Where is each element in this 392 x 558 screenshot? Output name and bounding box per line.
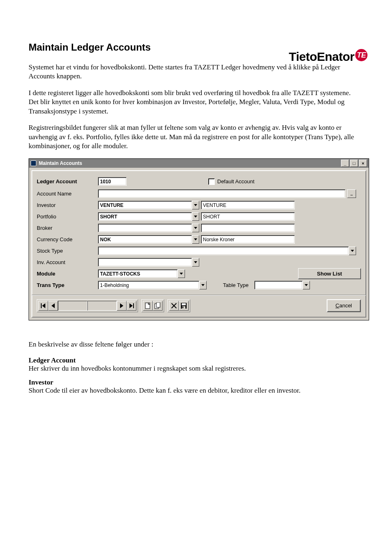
label-currency-code: Currency Code [37,236,98,242]
svg-marker-1 [194,216,197,218]
dropdown-currency[interactable] [192,235,199,244]
nav-next-button[interactable] [117,301,127,311]
chevron-down-icon [194,261,197,263]
record-nav-toolbar: Cancel [37,299,361,312]
select-broker[interactable] [98,224,192,232]
svg-rect-24 [183,307,183,308]
select-currency[interactable]: NOK [98,235,192,244]
prev-icon [51,303,55,308]
select-inv-account[interactable] [98,258,192,267]
svg-marker-7 [201,284,205,286]
svg-marker-10 [42,303,45,308]
chevron-down-icon [305,284,308,286]
select-trans-type[interactable]: 1-Beholdning [98,281,199,289]
intro-paragraph-3: Registreringsbildet fungerer slik at man… [29,123,363,151]
next-icon [120,303,124,308]
delete-record-button[interactable] [169,301,179,311]
window-title: Maintain Accounts [39,160,341,166]
save-disk-icon [180,302,187,309]
checkbox-default-account[interactable] [208,178,215,185]
select-stock-type[interactable] [98,247,349,255]
display-currency-desc: Norske Kroner [201,235,295,244]
brand-badge: TE [355,49,368,61]
form-panel: Ledger Account 1010 Default Account Acco… [31,170,366,318]
dropdown-module[interactable] [178,269,185,278]
select-investor[interactable]: VENTURE [98,201,192,209]
nav-prev-button[interactable] [48,301,58,311]
intro-paragraph-1: Systemet har et vindu for hovedbokskonti… [29,63,363,81]
field-heading-investor: Investor [29,378,363,387]
display-portfolio-desc: SHORT [201,212,295,221]
display-investor-desc: VENTURE [201,201,295,209]
nav-first-button[interactable] [38,301,48,311]
window-close-button[interactable]: × [359,160,367,167]
nav-slider-2[interactable] [87,301,117,311]
window-icon [31,160,36,166]
label-inv-account: Inv. Account [37,259,98,265]
svg-marker-2 [194,227,197,229]
last-icon [129,303,134,308]
select-table-type[interactable] [254,281,303,289]
label-table-type: Table Type [223,282,249,288]
chevron-down-icon [180,273,183,275]
nav-last-button[interactable] [127,301,136,311]
intro-paragraph-2: I dette registeret ligger alle hovedboks… [29,89,363,116]
svg-marker-12 [120,303,123,308]
dropdown-stock-type[interactable] [349,247,356,255]
svg-rect-18 [156,302,160,307]
dropdown-trans-type[interactable] [199,281,207,289]
brand-text: TietoEnator [289,50,354,63]
select-portfolio[interactable]: SHORT [98,212,192,221]
dropdown-investor[interactable] [192,201,199,209]
brand-logo: TietoEnatorTE [289,49,368,64]
new-record-button[interactable] [143,301,153,311]
dropdown-inv-account[interactable] [192,258,199,267]
input-ledger-account[interactable]: 1010 [98,177,127,186]
svg-marker-11 [51,303,55,308]
label-investor: Investor [37,202,98,208]
chevron-down-icon [194,216,197,218]
svg-rect-22 [182,303,186,305]
input-account-name[interactable] [98,189,345,198]
save-record-button[interactable] [179,301,189,311]
copy-documents-icon [154,302,161,309]
button-show-list[interactable]: Show List [298,268,361,279]
first-icon [41,303,46,308]
fields-intro: En beskrivelse av disse feltene følger u… [29,340,363,349]
select-module[interactable]: TAZETT-STOCKS [98,269,178,278]
chevron-down-icon [201,284,205,286]
label-broker: Broker [37,225,98,231]
separator [32,295,366,295]
button-account-name-ellipsis[interactable]: .. [347,189,356,198]
chevron-down-icon [194,227,197,229]
copy-record-button[interactable] [153,301,163,311]
label-trans-type: Trans Type [37,282,98,288]
dropdown-broker[interactable] [192,224,199,232]
nav-slider-1[interactable] [58,301,87,311]
svg-rect-14 [133,303,134,308]
dropdown-portfolio[interactable] [192,212,199,221]
field-text-ledger-account: Her skriver du inn hovedboks kontonummer… [29,365,363,373]
svg-rect-9 [41,303,42,308]
chevron-down-icon [194,238,197,240]
display-broker-desc [201,224,295,232]
svg-marker-3 [194,238,197,240]
label-stock-type: Stock Type [37,248,98,254]
label-default-account: Default Account [217,178,254,185]
svg-marker-5 [194,261,197,263]
svg-marker-8 [305,284,308,286]
dropdown-table-type[interactable] [303,281,310,289]
svg-marker-6 [180,273,183,275]
label-portfolio: Portfolio [37,213,98,220]
field-heading-ledger-account: Ledger Account [29,356,363,365]
window-minimize-button[interactable]: _ [341,160,349,167]
chevron-down-icon [194,204,197,206]
cancel-button[interactable]: Cancel [327,300,361,312]
field-text-investor: Short Code til eier av hovedbokskonto. D… [29,387,363,395]
svg-marker-4 [351,250,354,252]
window-titlebar[interactable]: Maintain Accounts _ □ × [29,159,369,168]
maintain-accounts-window: Maintain Accounts _ □ × Ledger Account 1… [29,158,369,320]
label-ledger-account: Ledger Account [37,178,98,185]
svg-marker-0 [194,204,197,206]
window-maximize-button[interactable]: □ [350,160,358,167]
